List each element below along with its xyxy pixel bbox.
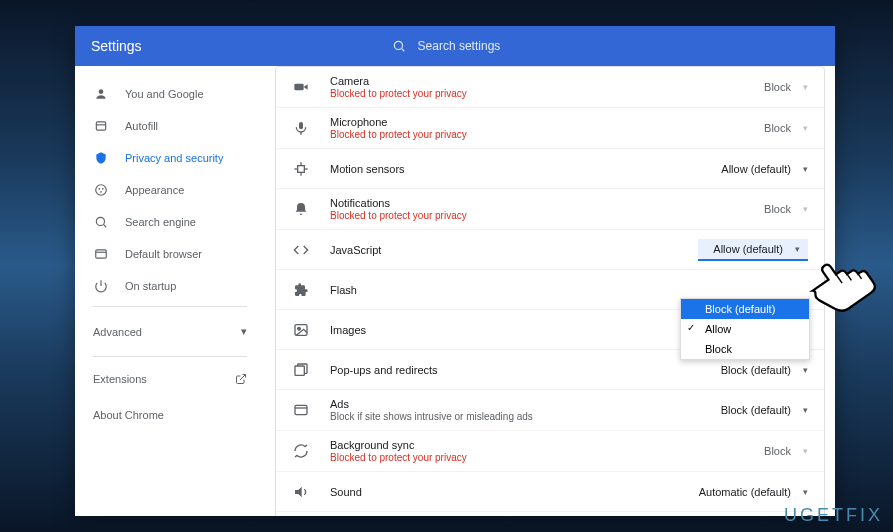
extensions-label: Extensions	[93, 373, 147, 385]
control-value: Block (default)	[721, 364, 791, 376]
permission-row-javascript[interactable]: JavaScript Allow (default)▾	[276, 230, 824, 270]
power-icon	[93, 278, 109, 294]
svg-rect-3	[96, 122, 105, 130]
page-title: Settings	[91, 38, 142, 54]
sidebar-extensions[interactable]: Extensions	[75, 361, 265, 397]
content-area: Camera Blocked to protect your privacy B…	[265, 66, 835, 516]
sidebar-item-appearance[interactable]: Appearance	[75, 174, 265, 206]
dropdown-item-block[interactable]: Block	[681, 339, 809, 359]
row-subtitle: Blocked to protect your privacy	[330, 129, 698, 140]
row-title: Microphone	[330, 116, 698, 128]
permission-row-background-sync[interactable]: Background sync Blocked to protect your …	[276, 431, 824, 472]
bell-icon	[292, 200, 310, 218]
sidebar-item-on-startup[interactable]: On startup	[75, 270, 265, 302]
permission-row-notifications[interactable]: Notifications Blocked to protect your pr…	[276, 189, 824, 230]
sidebar-item-label: Appearance	[125, 184, 184, 196]
svg-point-9	[96, 217, 104, 225]
permission-row-auto-downloads[interactable]: Automatic downloads Ask (default)▾	[276, 512, 824, 516]
row-text: Pop-ups and redirects	[330, 364, 698, 376]
body: You and Google Autofill Privacy and secu…	[75, 66, 835, 516]
svg-line-10	[104, 225, 107, 228]
sidebar-item-label: You and Google	[125, 88, 204, 100]
sidebar-item-autofill[interactable]: Autofill	[75, 110, 265, 142]
sidebar-item-search-engine[interactable]: Search engine	[75, 206, 265, 238]
control-value: Allow (default)	[713, 243, 783, 255]
row-control[interactable]: Allow (default)▾	[698, 163, 808, 175]
row-text: Microphone Blocked to protect your priva…	[330, 116, 698, 140]
check-icon: ✓	[687, 322, 695, 333]
svg-rect-17	[299, 122, 303, 129]
sidebar: You and Google Autofill Privacy and secu…	[75, 66, 265, 516]
svg-line-1	[401, 49, 404, 52]
shield-icon	[93, 150, 109, 166]
dropdown-item-block-default[interactable]: Block (default)	[681, 299, 809, 319]
row-text: Ads Block if site shows intrusive or mis…	[330, 398, 698, 422]
chevron-down-icon: ▾	[803, 123, 808, 133]
dropdown-menu: Block (default) ✓ Allow Block	[680, 298, 810, 360]
row-subtitle: Blocked to protect your privacy	[330, 88, 698, 99]
row-subtitle: Blocked to protect your privacy	[330, 452, 698, 463]
row-control[interactable]: Block▾	[698, 203, 808, 215]
sidebar-about[interactable]: About Chrome	[75, 397, 265, 433]
row-title: JavaScript	[330, 244, 698, 256]
control-value: Allow (default)	[721, 163, 791, 175]
about-label: About Chrome	[93, 409, 164, 421]
row-text: Camera Blocked to protect your privacy	[330, 75, 698, 99]
control-value: Block	[764, 122, 791, 134]
svg-rect-26	[295, 366, 304, 375]
row-control[interactable]: Allow (default)▾	[698, 239, 808, 261]
sidebar-item-privacy[interactable]: Privacy and security	[75, 142, 265, 174]
row-text: Motion sensors	[330, 163, 698, 175]
svg-point-0	[394, 41, 402, 49]
row-title: Sound	[330, 486, 698, 498]
external-link-icon	[235, 373, 247, 385]
permission-row-camera[interactable]: Camera Blocked to protect your privacy B…	[276, 67, 824, 108]
svg-rect-15	[294, 84, 303, 91]
chevron-down-icon: ▾	[803, 164, 808, 174]
permission-row-motion[interactable]: Motion sensors Allow (default)▾	[276, 149, 824, 189]
search-icon	[392, 39, 406, 53]
row-control[interactable]: Block▾	[698, 122, 808, 134]
watermark-text: UGETFIX	[784, 505, 883, 525]
dropdown-item-label: Block (default)	[705, 303, 775, 315]
row-title: Ads	[330, 398, 698, 410]
watermark: UGETFIX	[784, 505, 883, 526]
person-icon	[93, 86, 109, 102]
row-title: Images	[330, 324, 698, 336]
row-subtitle: Block if site shows intrusive or mislead…	[330, 411, 698, 422]
row-control[interactable]: Block▾	[698, 445, 808, 457]
chevron-down-icon: ▾	[803, 204, 808, 214]
chevron-down-icon: ▾	[803, 365, 808, 375]
svg-line-14	[240, 375, 246, 381]
sidebar-item-default-browser[interactable]: Default browser	[75, 238, 265, 270]
sidebar-item-label: Default browser	[125, 248, 202, 260]
code-icon	[292, 241, 310, 259]
control-value: Block	[764, 81, 791, 93]
permission-row-microphone[interactable]: Microphone Blocked to protect your priva…	[276, 108, 824, 149]
row-control[interactable]: Block (default)▾	[698, 404, 808, 416]
search-container[interactable]: Search settings	[392, 39, 501, 53]
appearance-icon	[93, 182, 109, 198]
permission-row-sound[interactable]: Sound Automatic (default)▾	[276, 472, 824, 512]
svg-point-8	[100, 191, 102, 193]
control-value: Block	[764, 203, 791, 215]
row-control[interactable]: Block (default)▾	[698, 364, 808, 376]
browser-icon	[93, 246, 109, 262]
sound-icon	[292, 483, 310, 501]
row-title: Flash	[330, 284, 698, 296]
sidebar-advanced[interactable]: Advanced ▾	[75, 311, 265, 352]
permission-row-ads[interactable]: Ads Block if site shows intrusive or mis…	[276, 390, 824, 431]
dropdown-item-label: Block	[705, 343, 732, 355]
chevron-down-icon: ▾	[803, 405, 808, 415]
control-value: Block (default)	[721, 404, 791, 416]
sidebar-item-you-and-google[interactable]: You and Google	[75, 78, 265, 110]
svg-point-6	[98, 188, 100, 190]
row-title: Motion sensors	[330, 163, 698, 175]
microphone-icon	[292, 119, 310, 137]
popup-icon	[292, 361, 310, 379]
row-control[interactable]: Block▾	[698, 81, 808, 93]
svg-point-2	[99, 89, 104, 94]
row-control[interactable]: Automatic (default)▾	[698, 486, 808, 498]
dropdown-item-allow[interactable]: ✓ Allow	[681, 319, 809, 339]
row-text: Sound	[330, 486, 698, 498]
